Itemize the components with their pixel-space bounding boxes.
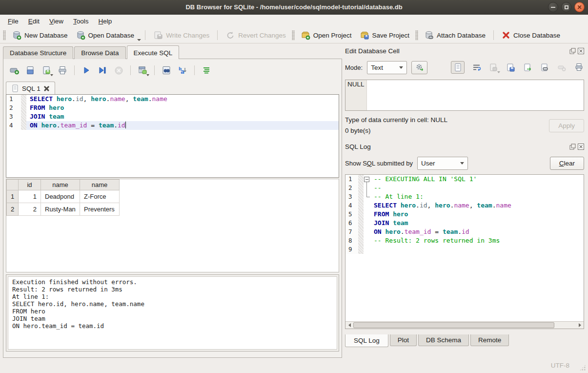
sql-log-view[interactable]: 1-- EXECUTING ALL IN 'SQL 1'2--3-- At li… (345, 175, 584, 321)
save-results-button[interactable] (137, 65, 148, 76)
set-null-icon (557, 63, 566, 72)
export-data-button[interactable] (522, 62, 533, 73)
close-sql-tab-icon[interactable] (44, 86, 49, 91)
menu-tools[interactable]: Tools (68, 16, 94, 27)
scrollbar-thumb[interactable] (353, 322, 554, 328)
tab-execute-sql[interactable]: Execute SQL (127, 45, 180, 59)
tab-sql-log[interactable]: SQL Log (345, 334, 388, 347)
column-header-name[interactable]: name (41, 180, 80, 190)
new-database-button[interactable]: New Database (8, 29, 72, 41)
tab-remote[interactable]: Remote (470, 334, 509, 346)
sql-log-widget: 1-- EXECUTING ALL IN 'SQL 1'2--3-- At li… (345, 174, 584, 329)
row-header[interactable]: 2 (7, 203, 19, 216)
titlebar: DB Browser for SQLite - /home/user/code/… (0, 0, 588, 15)
menu-edit[interactable]: Edit (23, 16, 44, 27)
cell-team-name[interactable]: Preventers (80, 203, 120, 216)
menu-view[interactable]: View (44, 16, 68, 27)
menu-help[interactable]: Help (94, 16, 117, 27)
tab-db-schema[interactable]: DB Schema (418, 334, 469, 346)
sql-editor[interactable]: 1SELECT hero.id, hero.name, team.name2FR… (6, 94, 339, 178)
execute-line-button[interactable] (97, 65, 108, 76)
filter-label: Show SQL submitted by (345, 160, 413, 167)
clear-button[interactable]: Clear (550, 157, 584, 170)
cell-team-name[interactable]: Z-Force (80, 190, 120, 203)
horizontal-scrollbar[interactable] (345, 321, 584, 329)
attach-database-icon (424, 30, 434, 40)
sql-log-dock-header: SQL Log (345, 141, 584, 152)
cell-hero-name[interactable]: Rusty-Man (41, 203, 80, 216)
save-sql-menu-arrow[interactable] (50, 74, 53, 76)
find-replace-button[interactable] (161, 65, 172, 76)
print-cell-icon (574, 63, 584, 72)
code-line: 2FROM hero (6, 104, 339, 112)
maximize-icon[interactable] (561, 2, 571, 12)
scrollbar-track[interactable] (353, 322, 576, 329)
toolbar-separator (217, 30, 218, 40)
attach-database-button[interactable]: Attach Database (420, 29, 489, 41)
format-sql-button[interactable] (201, 65, 212, 76)
minimize-icon[interactable] (548, 2, 558, 12)
open-project-button[interactable]: Open Project (297, 29, 356, 41)
cell-id[interactable]: 1 (19, 190, 41, 203)
menu-file[interactable]: File (3, 16, 23, 27)
close-icon[interactable]: ✕ (574, 2, 585, 12)
new-sql-tab-button[interactable] (9, 65, 20, 76)
open-database-button[interactable]: Open Database (72, 29, 139, 41)
toolbar-separator (130, 65, 131, 75)
execute-all-button[interactable] (81, 65, 92, 76)
print-button[interactable] (57, 65, 68, 76)
save-results-menu-arrow[interactable] (146, 74, 149, 76)
auto-complete-button[interactable]: ba (177, 65, 188, 76)
import-data-button[interactable] (505, 62, 516, 73)
resize-grip-icon[interactable] (579, 364, 586, 371)
sql-log-title: SQL Log (345, 143, 371, 150)
execution-message: Execution finished without errors. Resul… (8, 276, 337, 350)
close-dock-icon[interactable] (578, 144, 584, 150)
svg-text:a: a (181, 68, 184, 75)
cell-edit-area[interactable] (367, 80, 584, 110)
tab-database-structure[interactable]: Database Structure (3, 46, 73, 59)
open-database-label: Open Database (88, 32, 135, 39)
float-dock-icon[interactable] (569, 144, 576, 150)
cell-editor[interactable]: NULL (345, 80, 584, 111)
open-database-menu-arrow[interactable] (137, 39, 141, 41)
open-external-button[interactable] (539, 62, 550, 73)
column-header-id[interactable]: id (19, 180, 41, 190)
sql-subtab-bar: SQL 1 (6, 80, 339, 95)
auto-apply-button[interactable] (411, 61, 427, 74)
open-project-icon (301, 30, 310, 40)
tab-browse-data[interactable]: Browse Data (74, 46, 125, 59)
submitter-select[interactable]: User (417, 157, 468, 170)
code-line: 6JOIN team (345, 219, 584, 228)
sql-log-filter-row: Show SQL submitted by User Clear (345, 156, 584, 170)
mode-select[interactable]: Text (367, 61, 407, 74)
new-database-icon (12, 30, 21, 40)
code-line: 1-- EXECUTING ALL IN 'SQL 1' (345, 175, 584, 184)
save-project-button[interactable]: Save Project (356, 29, 414, 41)
text-mode-button[interactable] (451, 61, 465, 74)
print-cell-button[interactable] (573, 62, 584, 73)
tab-plot[interactable]: Plot (390, 334, 417, 346)
float-dock-icon[interactable] (569, 48, 576, 54)
scroll-left-icon[interactable] (345, 322, 353, 329)
column-header-name2[interactable]: name (80, 180, 120, 190)
new-database-label: New Database (24, 32, 68, 39)
save-sql-file-button[interactable] (41, 65, 52, 76)
save-project-label: Save Project (372, 32, 410, 39)
row-header[interactable]: 1 (7, 190, 19, 203)
cell-hero-name[interactable]: Deadpond (41, 190, 80, 203)
left-panel: Database Structure Browse Data Execute S… (0, 43, 342, 358)
word-wrap-button[interactable] (471, 62, 482, 73)
sql-1-subtab[interactable]: SQL 1 (6, 82, 55, 95)
set-null-button (556, 62, 567, 73)
close-dock-icon[interactable] (578, 48, 584, 54)
close-database-icon (502, 31, 510, 40)
scroll-right-icon[interactable] (576, 322, 584, 329)
cell-size-info: 0 byte(s) (345, 125, 447, 136)
open-sql-file-button[interactable] (25, 65, 36, 76)
code-line: 2-- (345, 184, 584, 192)
sql-toolbar: ba (6, 62, 339, 79)
close-database-button[interactable]: Close Database (498, 29, 564, 41)
toolbar-separator (493, 30, 494, 40)
cell-id[interactable]: 2 (19, 203, 41, 216)
